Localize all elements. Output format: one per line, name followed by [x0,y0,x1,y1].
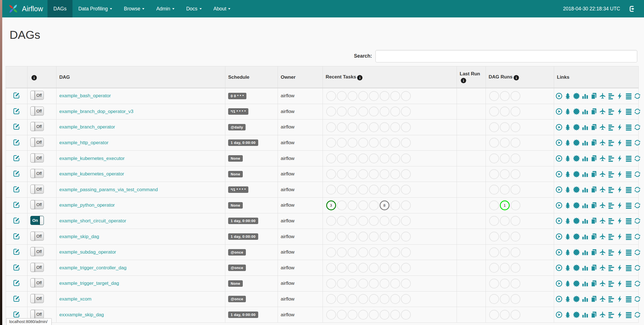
bar-chart-icon[interactable] [582,217,589,224]
tree-icon[interactable] [564,280,571,287]
plane-icon[interactable] [599,311,606,318]
dag-name-link[interactable]: exxxample_skip_dag [59,312,104,317]
align-justify-icon[interactable] [625,264,632,271]
play-circle-icon[interactable] [555,139,563,146]
pages-icon[interactable] [590,280,597,287]
starburst-icon[interactable] [573,92,580,100]
refresh-icon[interactable] [634,124,641,131]
plane-icon[interactable] [599,155,606,162]
align-justify-icon[interactable] [625,233,632,240]
edit-dag-button[interactable] [13,217,20,224]
align-justify-icon[interactable] [625,311,632,318]
pages-icon[interactable] [590,139,597,146]
bar-chart-icon[interactable] [582,264,589,271]
bar-chart-icon[interactable] [582,124,589,131]
gantt-icon[interactable] [608,202,615,209]
dag-pause-toggle[interactable]: Off [30,154,44,162]
bolt-icon[interactable] [616,202,623,209]
align-justify-icon[interactable] [625,108,632,115]
dag-name-link[interactable]: example_http_operator [59,140,108,145]
nav-item-docs[interactable]: Docs [180,0,208,17]
align-justify-icon[interactable] [625,202,632,209]
bar-chart-icon[interactable] [582,202,589,209]
nav-item-admin[interactable]: Admin [150,0,180,17]
dag-name-link[interactable]: example_branch_operator [59,124,115,130]
bar-chart-icon[interactable] [582,233,589,240]
refresh-icon[interactable] [634,92,641,100]
refresh-icon[interactable] [634,295,641,303]
plane-icon[interactable] [599,124,606,131]
dag-pause-toggle[interactable]: Off [30,185,44,194]
edit-dag-button[interactable] [13,279,20,286]
edit-dag-button[interactable] [13,92,20,99]
pages-icon[interactable] [590,171,597,178]
play-circle-icon[interactable] [555,311,563,318]
search-input[interactable] [375,50,637,62]
tree-icon[interactable] [564,92,571,100]
nav-item-browse[interactable]: Browse [118,0,150,17]
gantt-icon[interactable] [608,264,615,271]
edit-dag-button[interactable] [13,248,20,255]
plane-icon[interactable] [599,92,606,100]
bolt-icon[interactable] [616,124,623,131]
bar-chart-icon[interactable] [582,108,589,115]
bar-chart-icon[interactable] [582,139,589,146]
bolt-icon[interactable] [616,217,623,224]
bar-chart-icon[interactable] [582,171,589,178]
edit-dag-button[interactable] [13,170,20,177]
starburst-icon[interactable] [573,139,580,146]
pages-icon[interactable] [590,233,597,240]
align-justify-icon[interactable] [625,186,632,193]
pages-icon[interactable] [590,295,597,303]
dag-pause-toggle[interactable]: Off [30,122,44,131]
edit-dag-button[interactable] [13,233,20,240]
refresh-icon[interactable] [634,249,641,256]
bar-chart-icon[interactable] [582,295,589,303]
edit-dag-button[interactable] [13,123,20,130]
refresh-icon[interactable] [634,139,641,146]
play-circle-icon[interactable] [555,264,563,271]
dag-pause-toggle[interactable]: Off [30,138,44,147]
bolt-icon[interactable] [616,264,623,271]
align-justify-icon[interactable] [625,139,632,146]
bolt-icon[interactable] [616,233,623,240]
gantt-icon[interactable] [608,280,615,287]
bar-chart-icon[interactable] [582,155,589,162]
starburst-icon[interactable] [573,108,580,115]
refresh-icon[interactable] [634,280,641,287]
dag-name-link[interactable]: example_short_circuit_operator [59,218,126,224]
play-circle-icon[interactable] [555,186,563,193]
play-circle-icon[interactable] [555,155,563,162]
plane-icon[interactable] [599,186,606,193]
gantt-icon[interactable] [608,295,615,303]
refresh-icon[interactable] [634,171,641,178]
sign-out-button[interactable] [629,5,636,13]
tree-icon[interactable] [564,124,571,131]
bolt-icon[interactable] [616,92,623,100]
tree-icon[interactable] [564,139,571,146]
tree-icon[interactable] [564,311,571,318]
refresh-icon[interactable] [634,264,641,271]
play-circle-icon[interactable] [555,295,563,303]
refresh-icon[interactable] [634,202,641,209]
plane-icon[interactable] [599,139,606,146]
play-circle-icon[interactable] [555,249,563,256]
gantt-icon[interactable] [608,124,615,131]
pages-icon[interactable] [590,124,597,131]
play-circle-icon[interactable] [555,171,563,178]
bolt-icon[interactable] [616,249,623,256]
dag-pause-toggle[interactable]: Off [30,232,44,241]
gantt-icon[interactable] [608,233,615,240]
dag-name-link[interactable]: example_branch_dop_operator_v3 [59,109,133,114]
play-circle-icon[interactable] [555,217,563,224]
align-justify-icon[interactable] [625,295,632,303]
align-justify-icon[interactable] [625,249,632,256]
task-state-circle-running[interactable]: 1 [500,200,510,210]
dag-pause-toggle[interactable]: Off [30,310,44,319]
edit-dag-button[interactable] [13,201,20,208]
starburst-icon[interactable] [573,264,580,271]
gantt-icon[interactable] [608,92,615,100]
bolt-icon[interactable] [616,139,623,146]
pages-icon[interactable] [590,92,597,100]
starburst-icon[interactable] [573,217,580,224]
